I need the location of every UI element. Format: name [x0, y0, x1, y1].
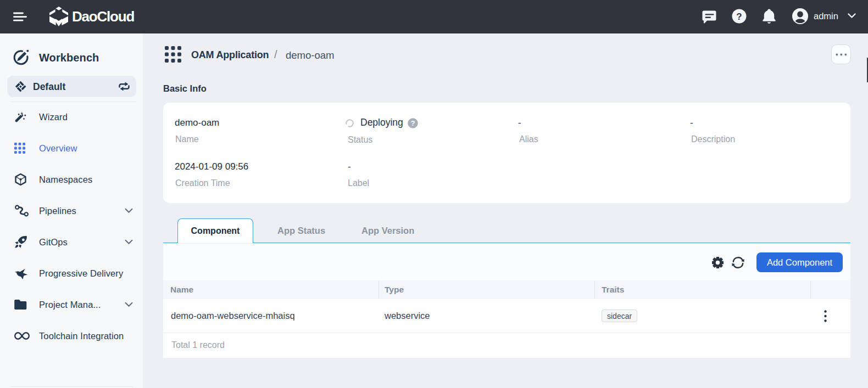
svg-text:?: ? — [411, 120, 415, 127]
svg-text:?: ? — [736, 12, 742, 22]
